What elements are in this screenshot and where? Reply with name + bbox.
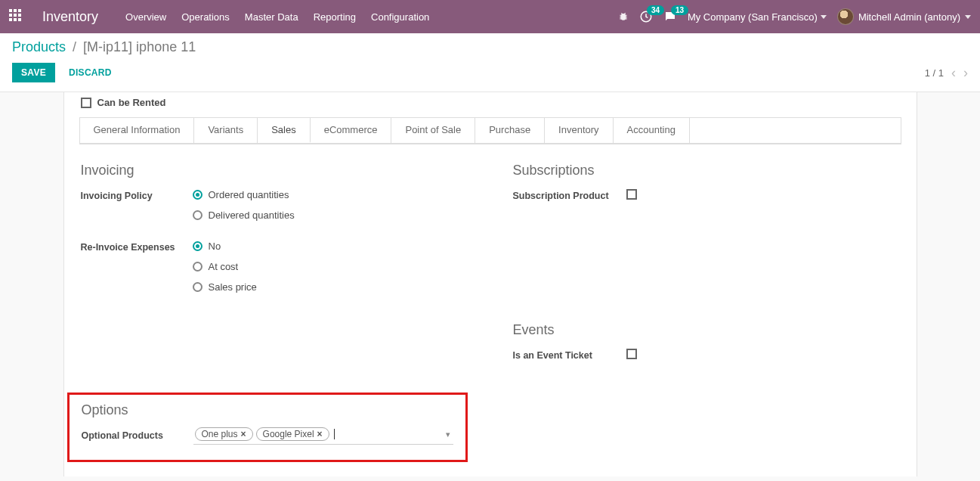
can-be-rented-label: Can be Rented [97,97,166,108]
action-bar: Products / [M-ip11] iphone 11 SAVE DISCA… [0,33,980,92]
top-nav: Overview Operations Master Data Reportin… [125,11,429,23]
tag-remove-icon[interactable]: × [317,429,323,439]
tag-label: Google Pixel [263,429,314,439]
pager-text: 1 / 1 [925,67,944,79]
tab-variants[interactable]: Variants [194,118,258,143]
invoicing-policy-ordered-label: Ordered quantities [209,189,289,200]
nav-configuration[interactable]: Configuration [371,11,429,23]
tab-sales[interactable]: Sales [258,117,311,143]
tab-accounting[interactable]: Accounting [614,118,690,143]
notebook-tabs: General Information Variants Sales eComm… [79,117,901,144]
tag-remove-icon[interactable]: × [241,429,246,439]
tag-label: One plus [202,429,238,439]
options-highlight-box: Options Optional Products One plus × Goo… [67,393,468,462]
dropdown-icon[interactable]: ▾ [446,430,450,439]
invoicing-policy-label: Invoicing Policy [81,189,193,201]
events-heading: Events [513,322,900,338]
company-name: My Company (San Francisco) [688,11,818,23]
breadcrumb-sep: / [73,39,76,54]
invoicing-policy-delivered-radio[interactable] [193,210,202,220]
user-name: Mitchell Admin (antony) [858,11,960,23]
topbar: Inventory Overview Operations Master Dat… [0,0,980,33]
pager-next-icon[interactable]: › [963,65,968,81]
tab-general-information[interactable]: General Information [80,118,195,143]
activity-icon[interactable]: 34 [639,10,653,23]
nav-operations[interactable]: Operations [181,11,230,23]
text-cursor [334,429,335,439]
tag-one-plus: One plus × [195,427,253,441]
options-heading: Options [82,402,453,418]
reinvoice-at-cost-radio[interactable] [193,262,202,272]
caret-down-icon [821,15,827,19]
optional-products-label: Optional Products [82,430,193,441]
reinvoice-label: Re-Invoice Expenses [81,240,193,253]
app-brand[interactable]: Inventory [42,9,98,25]
discard-button[interactable]: DISCARD [60,63,121,82]
reinvoice-at-cost-label: At cost [209,261,239,272]
pager: 1 / 1 ‹ › [925,65,968,81]
invoicing-policy-delivered-label: Delivered quantities [209,209,295,221]
save-button[interactable]: SAVE [12,63,55,82]
avatar [837,8,854,25]
breadcrumb-current: [M-ip11] iphone 11 [83,39,196,54]
nav-overview[interactable]: Overview [125,11,166,23]
form-sheet: Can be Rented General Information Varian… [63,92,917,476]
caret-down-icon [965,15,971,19]
subscription-product-checkbox[interactable] [626,189,637,200]
breadcrumb-root[interactable]: Products [12,39,66,54]
user-menu[interactable]: Mitchell Admin (antony) [837,8,971,25]
company-switcher[interactable]: My Company (San Francisco) [688,11,827,23]
col-right: Subscriptions Subscription Product Event… [513,163,900,462]
discuss-icon[interactable]: 13 [663,10,677,23]
tag-google-pixel: Google Pixel × [256,427,329,441]
form-scroll[interactable]: Can be Rented General Information Varian… [0,92,980,476]
reinvoice-sales-price-label: Sales price [209,281,257,293]
can-be-rented-checkbox[interactable] [81,98,91,108]
invoicing-heading: Invoicing [81,163,468,178]
event-ticket-checkbox[interactable] [626,349,637,359]
tab-point-of-sale[interactable]: Point of Sale [391,118,475,143]
nav-master-data[interactable]: Master Data [245,11,298,23]
tab-ecommerce[interactable]: eCommerce [311,118,392,143]
pager-prev-icon[interactable]: ‹ [951,65,956,81]
breadcrumb: Products / [M-ip11] iphone 11 [12,39,968,55]
col-left: Invoicing Invoicing Policy Ordered quant… [81,163,468,462]
subscription-product-label: Subscription Product [513,189,626,201]
bug-icon[interactable] [618,11,629,22]
tab-purchase[interactable]: Purchase [475,118,545,143]
discuss-badge: 13 [671,5,688,15]
tab-inventory[interactable]: Inventory [545,118,613,143]
subscriptions-heading: Subscriptions [513,163,900,178]
nav-reporting[interactable]: Reporting [314,11,356,23]
activity-badge: 34 [647,5,664,15]
reinvoice-no-label: No [209,240,221,252]
invoicing-policy-ordered-radio[interactable] [193,190,202,200]
reinvoice-sales-price-radio[interactable] [193,282,202,292]
apps-icon[interactable] [9,9,24,24]
event-ticket-label: Is an Event Ticket [513,349,626,361]
reinvoice-no-radio[interactable] [193,241,202,251]
optional-products-field[interactable]: One plus × Google Pixel × ▾ [193,426,453,445]
